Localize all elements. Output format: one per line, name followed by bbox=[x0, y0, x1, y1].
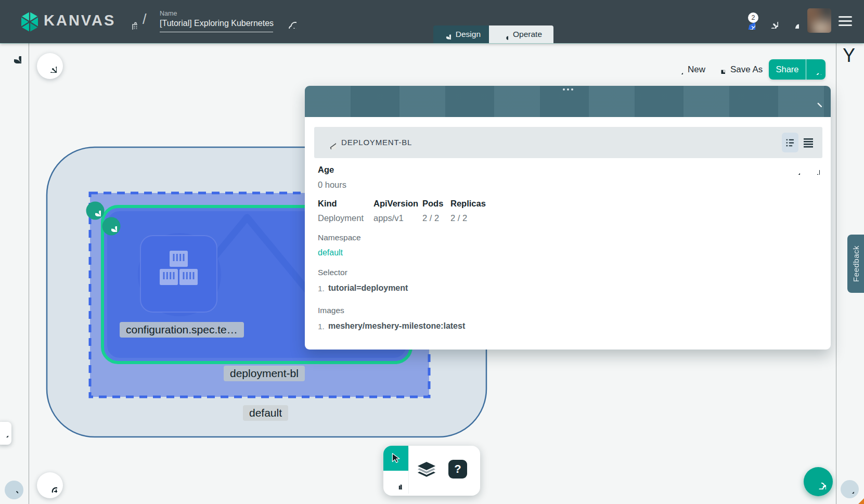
chevron-left-icon bbox=[0, 429, 8, 437]
design-name-label: Name bbox=[160, 10, 177, 17]
left-dock-divider bbox=[29, 43, 29, 504]
help-button[interactable]: ? bbox=[448, 460, 467, 479]
brand-wordmark: KANVAS bbox=[44, 12, 115, 29]
age-label: Age bbox=[318, 165, 334, 175]
design-name-underline bbox=[160, 32, 273, 32]
operate-person-icon bbox=[497, 29, 508, 40]
pan-tool-button[interactable] bbox=[383, 471, 408, 496]
list-dots-icon bbox=[785, 138, 795, 148]
link-icon bbox=[811, 64, 821, 75]
dense-view-toggle[interactable] bbox=[801, 133, 816, 152]
avatar-photo bbox=[807, 8, 831, 33]
report-bug-fab[interactable] bbox=[804, 467, 833, 496]
chevron-left-icon bbox=[846, 485, 854, 494]
breadcrumb-slash: / bbox=[143, 11, 147, 28]
expand-right-dock-button[interactable] bbox=[841, 480, 859, 498]
zoom-in-icon bbox=[43, 479, 57, 493]
container-node-label[interactable]: configuration.spec.te… bbox=[120, 322, 244, 338]
tab-operate-label: Operate bbox=[513, 30, 542, 39]
edit-pencil-icon[interactable] bbox=[789, 164, 800, 175]
context-count-badge[interactable]: 2 bbox=[748, 12, 758, 23]
cloud-saved-icon bbox=[280, 15, 296, 29]
design-spiral-icon bbox=[442, 30, 451, 40]
download-icon[interactable] bbox=[808, 163, 820, 175]
settings-gear-icon[interactable] bbox=[764, 14, 778, 29]
val-pods: 2 / 2 bbox=[422, 213, 439, 223]
canvas-toolbar: ? bbox=[383, 446, 480, 496]
feedback-tab[interactable]: Feedback bbox=[847, 235, 864, 293]
question-glyph: ? bbox=[454, 462, 461, 476]
collapse-left-panel-button[interactable] bbox=[0, 422, 11, 445]
panel-close-button[interactable] bbox=[809, 94, 823, 109]
hand-icon bbox=[390, 477, 402, 489]
components-dock-button[interactable] bbox=[37, 53, 63, 79]
selector-item-number: 1. bbox=[318, 284, 325, 293]
new-button[interactable]: New bbox=[688, 64, 705, 75]
resize-corner-marker bbox=[858, 498, 864, 504]
image-item-number: 1. bbox=[318, 322, 325, 331]
namespace-label: Namespace bbox=[318, 233, 361, 242]
val-replicas: 2 / 2 bbox=[450, 213, 467, 223]
panel-title: DEPLOYMENT-BL bbox=[341, 138, 412, 147]
organization-icon[interactable] bbox=[124, 13, 137, 30]
share-link-segment[interactable] bbox=[806, 59, 826, 80]
list-dense-icon bbox=[803, 137, 814, 148]
mode-tabs: Design Operate bbox=[433, 25, 553, 43]
selector-label: Selector bbox=[318, 268, 347, 277]
select-tool-button[interactable] bbox=[383, 446, 408, 471]
expand-left-dock-button[interactable] bbox=[5, 481, 23, 499]
top-navbar: KANVAS / Name [Tutorial] Exploring Kuber… bbox=[0, 0, 864, 43]
val-kind: Deployment bbox=[318, 213, 364, 223]
kanvas-logo-icon[interactable] bbox=[19, 11, 40, 33]
cursor-arrow-icon bbox=[390, 453, 402, 464]
image-item-value: meshery/meshery-milestone:latest bbox=[328, 321, 465, 331]
tab-design[interactable]: Design bbox=[433, 25, 489, 43]
zoom-in-button[interactable] bbox=[37, 472, 63, 498]
tab-design-label: Design bbox=[456, 30, 481, 39]
bug-icon bbox=[810, 474, 826, 489]
layers-tool-button[interactable] bbox=[416, 462, 437, 479]
snowflake-gear-icon bbox=[43, 59, 57, 73]
images-label: Images bbox=[318, 306, 344, 315]
selector-item-value: tutorial=deployment bbox=[328, 283, 408, 293]
toolbar-divider bbox=[408, 448, 409, 494]
namespace-value-link[interactable]: default bbox=[318, 248, 343, 257]
share-split-button[interactable]: Share bbox=[769, 59, 826, 80]
chevron-right-icon bbox=[10, 486, 18, 494]
val-apiversion: apps/v1 bbox=[373, 213, 404, 223]
right-dock-divider bbox=[836, 43, 836, 504]
save-as-floppy-icon[interactable] bbox=[715, 63, 725, 74]
deployment-node-label[interactable]: deployment-bl bbox=[224, 366, 305, 381]
meshery-spiral-icon[interactable] bbox=[7, 49, 21, 63]
col-replicas: Replicas bbox=[450, 199, 486, 209]
drag-handle-dots[interactable] bbox=[305, 88, 831, 91]
panel-title-row: DEPLOYMENT-BL bbox=[314, 127, 822, 158]
feedback-label: Feedback bbox=[852, 245, 860, 282]
col-apiversion: ApiVersion bbox=[373, 199, 418, 209]
share-button-label[interactable]: Share bbox=[769, 59, 806, 80]
col-pods: Pods bbox=[422, 199, 443, 209]
details-view-toggle[interactable] bbox=[782, 133, 798, 152]
design-name-field[interactable]: [Tutorial] Exploring Kubernetes bbox=[160, 19, 274, 28]
namespace-node-label[interactable]: default bbox=[243, 405, 288, 421]
details-panel: DEPLOYMENT-BL Age 0 hours Kind ApiVersio… bbox=[305, 86, 831, 350]
notifications-bell-icon[interactable] bbox=[785, 15, 799, 29]
age-value: 0 hours bbox=[318, 180, 346, 190]
save-as-button[interactable]: Save As bbox=[730, 64, 763, 75]
col-kind: Kind bbox=[318, 199, 337, 209]
deployment-pentagon-icon bbox=[323, 136, 336, 149]
menu-hamburger-icon[interactable] bbox=[839, 16, 852, 29]
panel-drag-header[interactable] bbox=[305, 86, 831, 117]
yaml-dock-icon[interactable]: Y bbox=[843, 45, 855, 67]
kanvas-app: KANVAS / Name [Tutorial] Exploring Kuber… bbox=[0, 0, 864, 504]
user-avatar[interactable] bbox=[807, 8, 831, 33]
close-icon bbox=[810, 96, 822, 107]
new-pencil-icon[interactable] bbox=[672, 63, 683, 74]
view-toggle-group bbox=[782, 133, 816, 152]
container-shape[interactable] bbox=[140, 236, 217, 312]
tab-operate[interactable]: Operate bbox=[489, 25, 553, 43]
